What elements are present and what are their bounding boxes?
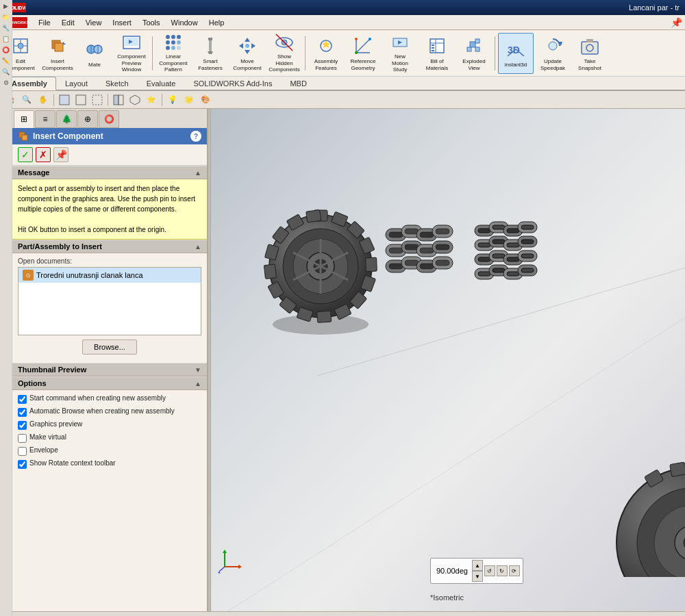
menu-edit[interactable]: Edit	[56, 17, 80, 28]
view-zoom-btn[interactable]: 🔍	[19, 93, 34, 107]
svg-rect-139	[521, 240, 534, 244]
component-preview-btn[interactable]: ComponentPreviewWindow	[114, 33, 149, 74]
panel-tab-4[interactable]: ⭕	[99, 110, 119, 128]
rot-x-btn[interactable]: ↺	[484, 565, 495, 576]
help-btn[interactable]: ?	[190, 131, 201, 142]
checkbox-graphics-preview-input[interactable]	[18, 421, 27, 430]
tab-addins[interactable]: SOLIDWORKS Add-Ins	[184, 77, 281, 90]
left-icon-8[interactable]: ⚙	[1, 78, 11, 88]
left-icon-6[interactable]: ✏️	[1, 56, 11, 66]
tab-evaluate[interactable]: Evaluate	[138, 77, 185, 90]
coordinate-indicator	[218, 550, 242, 574]
options-section-header[interactable]: Options ▲	[12, 376, 207, 390]
menu-bar: SOLIDWORKS File Edit View Insert Tools W…	[0, 15, 685, 30]
reference-geometry-btn[interactable]: ReferenceGeometry	[345, 33, 381, 74]
menu-window[interactable]: Window	[166, 17, 203, 28]
pin-icon[interactable]: 📌	[671, 17, 682, 28]
linear-pattern-btn[interactable]: Linear ComponentPattern	[155, 33, 191, 74]
view-shaded-btn[interactable]	[57, 93, 72, 107]
insert-component-header-icon	[18, 131, 29, 142]
move-component-icon	[236, 35, 258, 57]
panel-tab-1[interactable]: ≡	[35, 110, 55, 128]
message-section-header[interactable]: Message ▲	[12, 166, 207, 179]
menu-insert[interactable]: Insert	[107, 17, 137, 28]
view-sep-2	[108, 94, 108, 106]
checkbox-start-command-input[interactable]	[18, 395, 27, 404]
svg-rect-52	[432, 50, 434, 51]
smart-fasteners-btn[interactable]: SmartFasteners	[192, 33, 228, 74]
part-section-header[interactable]: Part/Assembly to Insert ▲	[12, 240, 207, 253]
view-shadows-btn[interactable]: 💡	[165, 93, 180, 107]
view-pan-btn[interactable]: ✋	[36, 93, 51, 107]
svg-rect-70	[22, 135, 27, 140]
left-icon-4[interactable]: 📋	[1, 34, 11, 44]
insert-components-btn[interactable]: InsertComponents	[40, 33, 75, 74]
left-icon-7[interactable]: 🔍	[1, 67, 11, 77]
panel-tabs: ⊞ ≡ 🌲 ⊕ ⭕	[12, 109, 207, 128]
instant3d-btn[interactable]: 3D instant3d	[498, 33, 534, 74]
left-icon-3[interactable]: 🔧	[1, 23, 11, 33]
update-speedpak-icon	[542, 35, 564, 57]
view-scene-btn[interactable]: 🎨	[198, 93, 213, 107]
view-ambient-btn[interactable]: 🌟	[182, 93, 197, 107]
bill-materials-icon	[426, 35, 448, 57]
svg-rect-133	[478, 243, 490, 247]
svg-line-174	[219, 567, 225, 572]
move-component-btn[interactable]: MoveComponent	[229, 33, 265, 74]
menu-view[interactable]: View	[80, 17, 108, 28]
menu-help[interactable]: Help	[203, 17, 230, 28]
checkbox-auto-browse-input[interactable]	[18, 408, 27, 417]
update-speedpak-btn[interactable]: UpdateSpeedpak	[535, 33, 571, 74]
browse-btn[interactable]: Browse...	[82, 339, 137, 355]
view-realview-btn[interactable]: ⭐	[144, 93, 159, 107]
thumbnail-section-header[interactable]: Thumbnail Preview ▼	[12, 363, 207, 376]
svg-rect-55	[467, 47, 471, 51]
tab-sketch[interactable]: Sketch	[97, 77, 138, 90]
tab-mbd[interactable]: MBD	[281, 77, 315, 90]
menu-file[interactable]: File	[33, 17, 56, 28]
view-hidden-btn[interactable]	[90, 93, 105, 107]
new-motion-btn[interactable]: NewMotionStudy	[382, 33, 418, 74]
ok-btn[interactable]: ✓	[18, 147, 33, 162]
checkbox-make-virtual-input[interactable]	[18, 434, 27, 443]
take-snapshot-btn[interactable]: TakeSnapshot	[572, 33, 608, 74]
part-section-title: Part/Assembly to Insert	[18, 242, 102, 251]
view-wireframe-btn[interactable]	[73, 93, 88, 107]
partial-sprocket	[582, 440, 685, 577]
checkbox-show-rotate-input[interactable]	[18, 460, 27, 469]
view-section-btn[interactable]	[111, 93, 126, 107]
bill-materials-btn[interactable]: Bill ofMaterials	[419, 33, 455, 74]
rot-up-btn[interactable]: ▲	[472, 560, 483, 571]
menu-tools[interactable]: Tools	[137, 17, 166, 28]
insert-components-label: InsertComponents	[42, 58, 73, 71]
panel-tab-2[interactable]: 🌲	[56, 110, 77, 128]
left-icon-5[interactable]: ⭕	[1, 45, 11, 55]
svg-rect-80	[366, 257, 377, 272]
viewport[interactable]: 90.00deg ▲ ▼ ↺ ↻ ⟳ *Isometric	[211, 109, 685, 611]
svg-rect-92	[306, 209, 321, 222]
svg-rect-135	[493, 240, 505, 244]
left-icon-1[interactable]: ▶	[1, 1, 11, 11]
rot-z-btn[interactable]: ⟳	[509, 565, 520, 576]
rot-down-btn[interactable]: ▼	[472, 571, 483, 582]
view-sep-3	[162, 94, 162, 106]
pin-btn[interactable]: 📌	[53, 147, 68, 162]
show-hidden-btn[interactable]: ShowHiddenComponents	[266, 33, 302, 74]
tab-layout[interactable]: Layout	[56, 77, 97, 90]
view-3d-btn[interactable]	[127, 93, 142, 107]
svg-marker-28	[208, 51, 213, 54]
panel-tab-0[interactable]: ⊞	[14, 110, 34, 128]
chain-links-2	[471, 215, 574, 290]
file-item-0[interactable]: G Troredni unutrasnji clanak lanca	[18, 268, 201, 283]
left-icon-2[interactable]: 📁	[1, 12, 11, 22]
thumbnail-collapse-icon: ▼	[195, 366, 201, 374]
panel-tab-3[interactable]: ⊕	[77, 110, 98, 128]
svg-rect-56	[475, 47, 480, 51]
exploded-view-btn[interactable]: ExplodedView	[456, 33, 492, 74]
mate-btn[interactable]: Mate	[77, 33, 112, 74]
checkbox-envelope-input[interactable]	[18, 447, 27, 456]
cancel-btn[interactable]: ✗	[36, 147, 51, 162]
title-text: Lancani par - tr	[629, 3, 680, 12]
rot-y-btn[interactable]: ↻	[497, 565, 508, 576]
assembly-features-btn[interactable]: AssemblyFeatures	[308, 33, 344, 74]
